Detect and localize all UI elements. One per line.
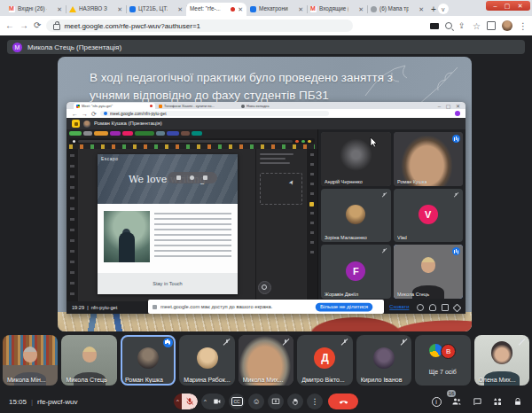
tab-alert-map[interactable]: (6) Мапа трив... ✕ xyxy=(367,3,427,16)
editor-left-rail xyxy=(66,149,79,301)
close-tab-icon[interactable]: ✕ xyxy=(117,6,122,13)
participant-tile[interactable]: Марина Рябок... xyxy=(179,335,234,386)
close-tab-icon[interactable]: ✕ xyxy=(57,6,62,13)
tab-search-icon[interactable]: v xyxy=(438,4,449,14)
close-icon[interactable]: ✕ xyxy=(518,3,523,9)
browser-menu-icon[interactable]: ⋮ xyxy=(519,22,527,30)
nested-presenter-label: Роман Кушка (Презентація) xyxy=(94,121,162,127)
tab-classroom-1[interactable]: ЦТ21Б, ЦТ22Б... ✕ xyxy=(126,3,186,16)
participant-name: Роман Кушка xyxy=(125,377,172,383)
participant-tile[interactable]: Кирило Іванов xyxy=(356,335,411,386)
tab-gmail-inbox-2[interactable]: Входящие (4) -... ✕ xyxy=(307,3,367,16)
webpage-photo xyxy=(104,211,150,262)
hide-link[interactable]: Сховати xyxy=(389,304,409,309)
close-tab-icon[interactable]: ✕ xyxy=(419,6,424,13)
clock: 15:05 xyxy=(9,398,27,406)
stop-sharing-button[interactable]: Більше не ділитися xyxy=(316,302,373,311)
meeting-details-button[interactable]: i xyxy=(431,396,442,407)
site-dot-icon xyxy=(73,140,75,143)
chat-icon xyxy=(442,304,449,311)
nested-tile: Роман Кушка xyxy=(394,132,464,186)
bookmark-star-icon[interactable]: ☆ xyxy=(473,22,481,30)
camera-button[interactable] xyxy=(209,394,225,409)
nested-tab-meet: Meet: "nfn-pyiu-get" xyxy=(74,103,155,109)
editor-dropzone xyxy=(260,173,302,205)
meet-icon xyxy=(76,105,80,108)
tab-label: (6) Мапа трив... xyxy=(379,6,409,12)
mic-off-icon xyxy=(223,339,231,346)
activities-button[interactable] xyxy=(492,396,503,407)
captions-button[interactable]: CC xyxy=(229,394,245,409)
reload-button[interactable]: ⟳ xyxy=(34,21,41,30)
avatar-stack: В xyxy=(429,344,456,358)
floating-annotation-toolbar xyxy=(168,172,217,183)
shared-editor-app: Escapo We love writing Stay in Touch xyxy=(66,129,318,301)
participant-tile[interactable]: Д Дмитро Вікто... xyxy=(297,335,352,386)
tab-classroom-2[interactable]: Мехатроника_... ✕ xyxy=(246,3,307,16)
side-panel-icon[interactable] xyxy=(487,21,496,30)
presenter-avatar: М xyxy=(12,43,22,52)
nested-control-bar: 19:29 | nfn-pyiu-get meet.google.com має… xyxy=(66,301,466,314)
back-button[interactable]: ← xyxy=(5,21,14,30)
shape-icon xyxy=(190,175,194,180)
tab-gmail-inbox[interactable]: Вхідні (26) - o... ✕ xyxy=(5,3,66,16)
close-tab-icon[interactable]: ✕ xyxy=(298,6,303,13)
camera-options-chevron[interactable]: ^ xyxy=(201,394,209,409)
tab-drive[interactable]: НАЗЯВО Зустр... ✕ xyxy=(66,3,126,16)
meet-main: М Микола Стець (Презентація) В ході педа… xyxy=(0,35,532,413)
more-participants-tile[interactable]: В Ще 7 осіб xyxy=(415,335,470,386)
reactions-button[interactable]: ☺ xyxy=(248,394,264,409)
maximize-icon[interactable]: ▢ xyxy=(505,3,511,9)
chat-button[interactable] xyxy=(472,396,482,407)
mic-off-icon xyxy=(453,192,458,198)
participant-tile[interactable]: Микола Мін... xyxy=(3,335,58,386)
new-tab-button[interactable]: + xyxy=(431,4,436,14)
minimize-icon[interactable]: – xyxy=(493,3,497,9)
classroom-icon xyxy=(129,6,136,12)
nested-browser-window: Meet: "nfn-pyiu-get" Телефони Xiaomi - к… xyxy=(66,102,466,314)
zoom-icon[interactable] xyxy=(445,22,452,29)
more-options-button[interactable]: ⋮ xyxy=(307,394,323,409)
forward-button[interactable]: → xyxy=(20,21,28,30)
nested-tile: F Жоравін Даніїл xyxy=(321,245,391,299)
people-button[interactable]: 16 xyxy=(451,396,462,407)
participant-tile[interactable]: Микола Стець xyxy=(61,335,116,386)
more-participants-label: Ще 7 осіб xyxy=(415,369,470,375)
end-call-button[interactable] xyxy=(328,394,358,409)
close-tab-icon[interactable]: ✕ xyxy=(238,6,243,13)
close-tab-icon[interactable]: ✕ xyxy=(177,6,183,13)
window-controls[interactable]: – ▢ ✕ xyxy=(486,1,530,11)
participant-name: Микола Мих... xyxy=(243,377,290,383)
mic-off-button[interactable] xyxy=(182,394,198,409)
host-controls-button[interactable] xyxy=(512,396,523,407)
magnifier-button xyxy=(258,281,271,294)
share-icon[interactable]: ⇪ xyxy=(458,22,466,30)
media-controls-icon[interactable] xyxy=(430,23,439,29)
participant-tile[interactable]: Олена Мих... xyxy=(474,335,529,386)
presentation-stage[interactable]: В ході педагогічної практики було провед… xyxy=(58,57,472,331)
recording-dot-icon xyxy=(231,7,235,12)
editor-tab-row xyxy=(69,131,315,137)
lock-icon xyxy=(53,24,60,30)
close-tab-icon[interactable]: ✕ xyxy=(358,6,364,13)
pen-icon xyxy=(176,175,181,180)
gmail-icon xyxy=(310,6,317,12)
tab-label: Meet: "rfe-..." xyxy=(190,6,221,12)
participant-name: Зоріна Малашенко xyxy=(325,235,391,240)
drive-icon xyxy=(69,6,76,12)
mic-off-icon xyxy=(518,339,525,346)
presenter-banner: М Микола Стець (Презентація) xyxy=(7,40,525,54)
profile-avatar[interactable] xyxy=(502,20,512,31)
webpage-footer: Stay in Touch xyxy=(98,273,238,294)
tab-meet-active[interactable]: Meet: "rfe-..." ✕ xyxy=(186,3,246,16)
mic-options-chevron[interactable]: ^ xyxy=(174,394,182,409)
participant-tile-speaking[interactable]: Роман Кушка xyxy=(121,335,176,386)
address-bar[interactable]: meet.google.com/rfe-pwcf-wuv?authuser=1 xyxy=(46,19,353,32)
present-screen-button[interactable] xyxy=(268,394,284,409)
raise-hand-button[interactable] xyxy=(287,394,303,409)
notification-text: meet.google.com має доступ до вашого екр… xyxy=(160,304,262,309)
extension-icon xyxy=(72,120,80,128)
participant-tile[interactable]: Микола Мих... xyxy=(239,335,293,386)
meet-control-bar: 15:05 | rfe-pwcf-wuv ^ ^ CC xyxy=(0,390,532,413)
nested-url-text: meet.google.com/nfn-pyiu-get xyxy=(110,111,239,115)
